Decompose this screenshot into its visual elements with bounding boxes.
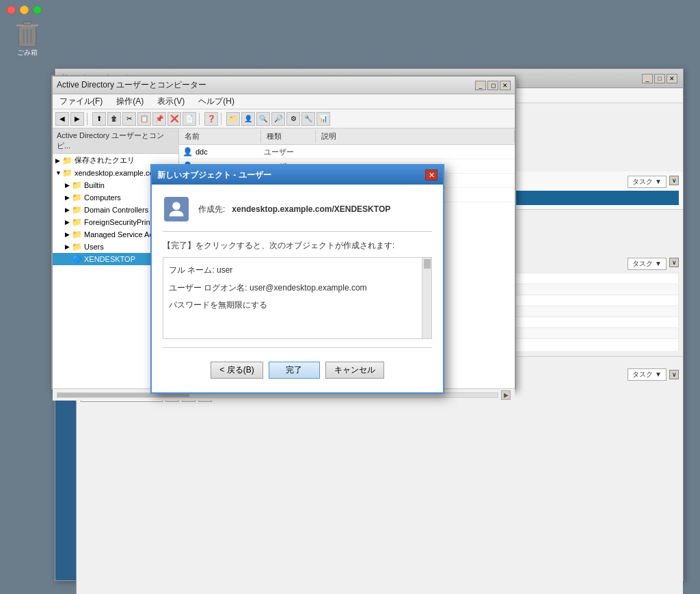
creation-label: 作成先:	[198, 204, 225, 214]
svg-point-7	[172, 202, 180, 211]
dialog-avatar	[163, 195, 190, 223]
back-button[interactable]: < 戻る(B)	[211, 362, 262, 379]
minimize-button[interactable]	[20, 5, 29, 14]
finish-button[interactable]: 完了	[269, 362, 320, 379]
dialog-body: 作成先: xendesktop.example.com/XENDESKTOP 【…	[152, 185, 443, 392]
preview-line-2: パスワードを無期限にする	[169, 298, 426, 313]
dialog-header-section: 作成先: xendesktop.example.com/XENDESKTOP	[163, 195, 432, 232]
dialog-separator	[163, 347, 432, 348]
dialog-titlebar: 新しいオブジェクト - ユーザー ✕	[152, 165, 443, 185]
dialog-preview-box: フル ネーム: userユーザー ログオン名: user@xendesktop.…	[163, 257, 432, 339]
dialog-title: 新しいオブジェクト - ユーザー	[157, 170, 271, 181]
user-avatar-icon	[164, 197, 189, 221]
preview-lines: フル ネーム: userユーザー ログオン名: user@xendesktop.…	[169, 263, 426, 313]
maximize-button[interactable]	[33, 5, 42, 14]
new-object-dialog: 新しいオブジェクト - ユーザー ✕ 作成先:	[150, 164, 444, 394]
preview-scrollbar[interactable]	[422, 258, 431, 338]
dialog-close-btn[interactable]: ✕	[425, 170, 438, 180]
preview-line-1: ユーザー ログオン名: user@xendesktop.example.com	[169, 281, 426, 296]
creation-path: xendesktop.example.com/XENDESKTOP	[232, 204, 390, 214]
close-button[interactable]	[7, 5, 16, 14]
cancel-button[interactable]: キャンセル	[325, 362, 384, 379]
dialog-description: 【完了】をクリックすると、次のオブジェクトが作成されます:	[163, 240, 432, 252]
window-controls	[7, 5, 42, 14]
dialog-overlay: 新しいオブジェクト - ユーザー ✕ 作成先:	[0, 0, 700, 594]
dialog-buttons: < 戻る(B) 完了 キャンセル	[163, 356, 432, 381]
desktop: ごみ箱 サーバー マネージャー _ □ ✕ 管理(M) ツール(T) 表示(V)…	[0, 0, 700, 594]
dialog-creation-info: 作成先: xendesktop.example.com/XENDESKTOP	[198, 204, 390, 215]
preview-line-0: フル ネーム: user	[169, 263, 426, 278]
